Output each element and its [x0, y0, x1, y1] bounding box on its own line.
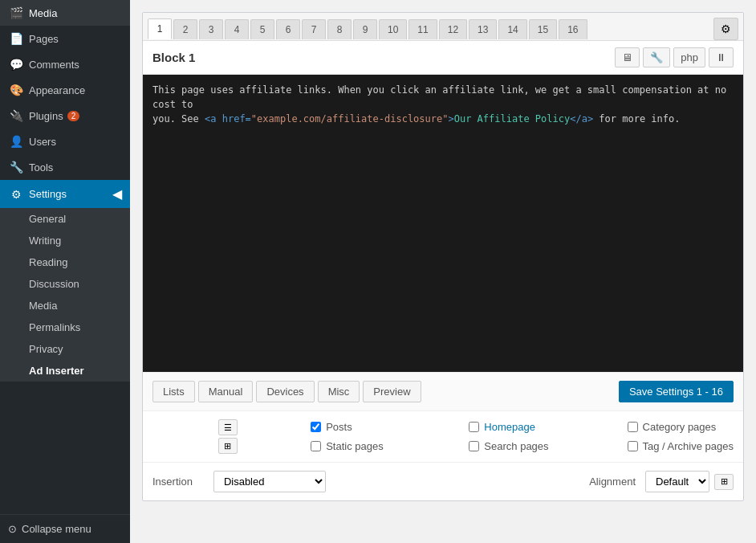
settings-arrow-icon: ◀ — [112, 186, 122, 202]
comments-icon: 💬 — [8, 58, 24, 71]
submenu-general[interactable]: General — [0, 208, 130, 230]
checkbox-static-pages: Static pages — [311, 440, 461, 452]
tab-gear-button[interactable]: ⚙ — [713, 18, 738, 40]
sidebar-label-appearance: Appearance — [29, 84, 85, 96]
search-pages-checkbox[interactable] — [469, 441, 479, 451]
tab-button-13[interactable]: 13 — [469, 19, 497, 39]
checkbox-tag-archive: Tag / Archive pages — [628, 440, 734, 452]
main-content: 12345678910111213141516⚙ Block 1 🖥 🔧 php… — [130, 0, 756, 543]
code-line1: This page uses affiliate links. When you… — [152, 84, 726, 110]
checkboxes-grid: Posts Homepage Category pages ☰ ⊞ S — [152, 419, 734, 454]
tab-button-16[interactable]: 16 — [559, 19, 587, 39]
tab-row: 12345678910111213141516⚙ — [143, 13, 743, 41]
code-line2-suffix: for more info. — [593, 113, 680, 125]
category-pages-checkbox[interactable] — [628, 422, 638, 432]
collapse-menu-button[interactable]: ⊙ Collapse menu — [0, 514, 130, 543]
sidebar-label-plugins: Plugins — [29, 110, 63, 122]
tab-button-4[interactable]: 4 — [225, 19, 249, 39]
tab-button-15[interactable]: 15 — [529, 19, 557, 39]
submenu-permalinks[interactable]: Permalinks — [0, 316, 130, 338]
sidebar-item-media[interactable]: 🎬 Media — [0, 0, 130, 26]
users-icon: 👤 — [8, 135, 24, 148]
checkboxes-section: Posts Homepage Category pages ☰ ⊞ S — [143, 410, 743, 462]
posts-checkbox[interactable] — [311, 422, 321, 432]
tag-archive-checkbox[interactable] — [628, 441, 638, 451]
tab-button-9[interactable]: 9 — [353, 19, 377, 39]
sidebar-item-pages[interactable]: 📄 Pages — [0, 26, 130, 51]
checkbox-posts: Posts — [311, 421, 461, 433]
sidebar-item-appearance[interactable]: 🎨 Appearance — [0, 77, 130, 103]
static-pages-label: Static pages — [326, 440, 384, 452]
tab-button-8[interactable]: 8 — [327, 19, 352, 39]
button-row: Lists Manual Devices Misc Preview Save S… — [143, 372, 743, 410]
tab-button-5[interactable]: 5 — [250, 19, 274, 39]
sidebar-label-pages: Pages — [29, 33, 59, 45]
code-link-text: Our Affiliate Policy — [454, 113, 571, 125]
submenu-reading[interactable]: Reading — [0, 251, 130, 273]
homepage-checkbox[interactable] — [469, 422, 479, 432]
preview-button[interactable]: Preview — [363, 381, 421, 402]
php-button[interactable]: php — [673, 47, 705, 67]
lists-button[interactable]: Lists — [152, 381, 195, 402]
insertion-select[interactable]: DisabledBefore contentAfter contentBefor… — [213, 471, 326, 492]
checkbox-search-pages: Search pages — [469, 440, 619, 452]
code-editor[interactable]: This page uses affiliate links. When you… — [143, 75, 743, 372]
pause-button[interactable]: ⏸ — [709, 47, 734, 67]
collapse-label: Collapse menu — [22, 523, 91, 535]
alignment-label: Alignment — [589, 476, 636, 488]
wrench-button[interactable]: 🔧 — [643, 47, 670, 67]
code-line2-prefix: you. See — [152, 113, 205, 125]
block-actions: 🖥 🔧 php ⏸ — [615, 47, 734, 67]
insertion-label: Insertion — [152, 476, 193, 488]
code-tag-open: <a href="example.com/affiliate-disclosur… — [205, 113, 454, 125]
sidebar-item-plugins[interactable]: 🔌 Plugins 2 — [0, 103, 130, 129]
side-icon-list[interactable]: ☰ — [218, 419, 238, 435]
misc-button[interactable]: Misc — [318, 381, 360, 402]
side-icons: ☰ ⊞ — [152, 419, 303, 454]
sidebar-label-media: Media — [29, 7, 57, 19]
side-icon-grid[interactable]: ⊞ — [218, 438, 238, 454]
submenu-ad-inserter[interactable]: Ad Inserter — [0, 360, 130, 382]
save-settings-button[interactable]: Save Settings 1 - 16 — [619, 381, 734, 402]
sidebar-label-settings: Settings — [29, 188, 67, 200]
tab-button-2[interactable]: 2 — [173, 19, 197, 39]
block-title: Block 1 — [152, 51, 195, 64]
tools-icon: 🔧 — [8, 161, 24, 174]
checkbox-category-pages: Category pages — [628, 421, 734, 433]
manual-button[interactable]: Manual — [198, 381, 254, 402]
tab-button-1[interactable]: 1 — [148, 18, 172, 39]
search-pages-label: Search pages — [484, 440, 548, 452]
tab-button-11[interactable]: 11 — [408, 19, 437, 39]
sidebar-label-tools: Tools — [29, 161, 53, 174]
plugins-icon: 🔌 — [8, 109, 24, 122]
sidebar-item-settings[interactable]: ⚙ Settings ◀ — [0, 180, 130, 208]
submenu-privacy[interactable]: Privacy — [0, 338, 130, 360]
sidebar-item-tools[interactable]: 🔧 Tools — [0, 154, 130, 180]
tab-button-10[interactable]: 10 — [379, 19, 407, 39]
alignment-select[interactable]: DefaultLeftCenterRight — [645, 471, 709, 492]
tab-button-3[interactable]: 3 — [199, 19, 223, 39]
sidebar-item-users[interactable]: 👤 Users — [0, 129, 130, 154]
code-tag-close: </a> — [570, 113, 593, 125]
tab-button-12[interactable]: 12 — [439, 19, 467, 39]
settings-sub-menu: General Writing Reading Discussion Media… — [0, 208, 130, 382]
pages-icon: 📄 — [8, 32, 24, 45]
tab-button-14[interactable]: 14 — [498, 19, 526, 39]
block-panel: 12345678910111213141516⚙ Block 1 🖥 🔧 php… — [142, 12, 744, 501]
sidebar-item-comments[interactable]: 💬 Comments — [0, 51, 130, 77]
media-icon: 🎬 — [8, 6, 24, 19]
submenu-discussion[interactable]: Discussion — [0, 273, 130, 295]
tab-button-6[interactable]: 6 — [276, 19, 300, 39]
submenu-media[interactable]: Media — [0, 295, 130, 316]
alignment-section: Alignment DefaultLeftCenterRight ⊞ — [589, 471, 734, 492]
alignment-icon-button[interactable]: ⊞ — [714, 474, 734, 490]
category-pages-label: Category pages — [643, 421, 717, 433]
devices-button[interactable]: Devices — [256, 381, 314, 402]
desktop-view-button[interactable]: 🖥 — [615, 47, 640, 67]
tab-button-7[interactable]: 7 — [302, 19, 326, 39]
sidebar: 🎬 Media 📄 Pages 💬 Comments 🎨 Appearance … — [0, 0, 130, 543]
plugins-badge: 2 — [67, 111, 80, 121]
submenu-writing[interactable]: Writing — [0, 230, 130, 251]
settings-icon: ⚙ — [8, 188, 24, 201]
static-pages-checkbox[interactable] — [311, 441, 321, 451]
